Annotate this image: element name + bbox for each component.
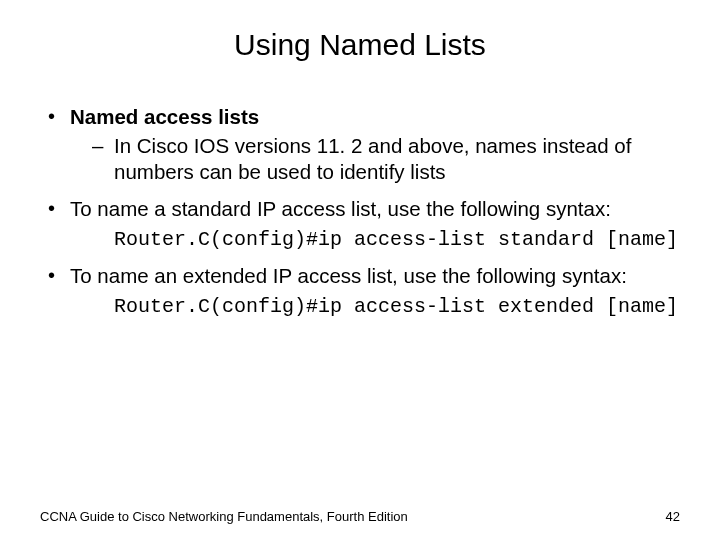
slide-content: Named access lists In Cisco IOS versions… <box>40 104 680 319</box>
code-text-italic: [name] <box>606 295 678 318</box>
bullet-item: Named access lists In Cisco IOS versions… <box>48 104 680 186</box>
bullet-item: To name a standard IP access list, use t… <box>48 196 680 253</box>
sub-bullet-item: In Cisco IOS versions 11. 2 and above, n… <box>92 133 680 185</box>
bullet-text-bold: Named access lists <box>70 105 259 128</box>
slide: Using Named Lists Named access lists In … <box>0 0 720 540</box>
bullet-text: To name a standard IP access list, use t… <box>70 197 611 220</box>
code-block: Router.C(config)#ip access-list extended… <box>70 292 680 320</box>
footer-left: CCNA Guide to Cisco Networking Fundament… <box>40 509 408 524</box>
slide-title: Using Named Lists <box>40 28 680 62</box>
sub-bullet-list: In Cisco IOS versions 11. 2 and above, n… <box>70 133 680 185</box>
bullet-text: To name an extended IP access list, use … <box>70 264 627 287</box>
bullet-list: Named access lists In Cisco IOS versions… <box>40 104 680 319</box>
code-text-italic: [name] <box>606 228 678 251</box>
code-block: Router.C(config)#ip access-list standard… <box>70 225 680 253</box>
code-text: Router.C(config)#ip access-list standard <box>114 228 606 251</box>
code-text: Router.C(config)#ip access-list extended <box>114 295 606 318</box>
bullet-item: To name an extended IP access list, use … <box>48 263 680 320</box>
footer: CCNA Guide to Cisco Networking Fundament… <box>40 509 680 524</box>
page-number: 42 <box>666 509 680 524</box>
